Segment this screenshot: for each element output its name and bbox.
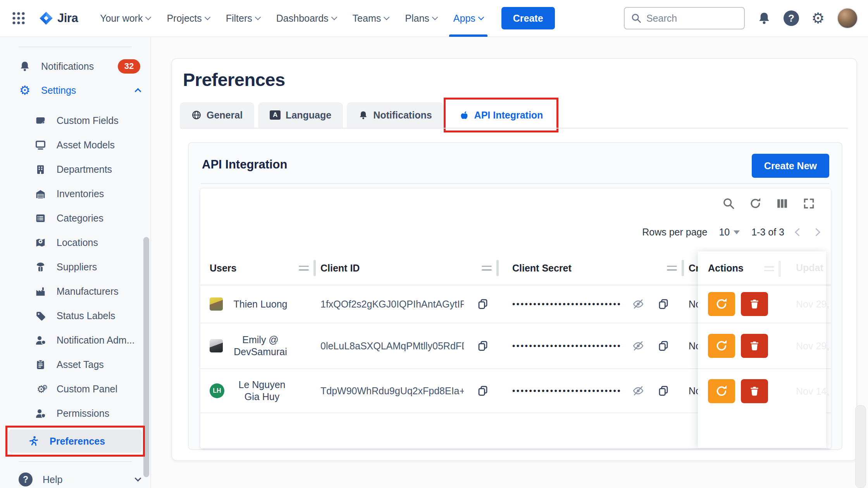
column-resize-handle[interactable] <box>299 266 309 271</box>
jira-logo[interactable]: Jira <box>39 11 78 26</box>
settings-gear-icon[interactable]: ⚙ <box>811 11 825 26</box>
chevron-down-icon <box>135 475 141 482</box>
sidebar-item-inventories[interactable]: Inventories <box>0 182 150 206</box>
regenerate-key-button[interactable] <box>708 379 735 403</box>
gears-icon: ⚙⚙ <box>34 384 46 394</box>
sidebar-item-notification-admin[interactable]: Notification Adm... <box>0 328 150 352</box>
nav-item-teams[interactable]: Teams <box>344 0 397 37</box>
sidebar-item-asset-tags[interactable]: Asset Tags <box>0 352 150 377</box>
client-id-cell: 1fxQOf2s2gKGJ0IQPIhAntAGytIR... <box>320 298 503 310</box>
pagination-range: 1-3 of 3 <box>751 227 784 238</box>
api-keys-table: Users Client ID <box>200 251 831 413</box>
search-input[interactable] <box>646 13 771 24</box>
eye-slash-icon[interactable] <box>632 340 644 352</box>
page-scrollbar-thumb[interactable] <box>855 405 866 488</box>
copy-icon[interactable] <box>477 298 489 310</box>
create-button[interactable]: Create <box>501 7 555 29</box>
chevron-down-icon <box>204 14 210 20</box>
nav-item-dashboards[interactable]: Dashboards <box>268 0 344 37</box>
eye-slash-icon[interactable] <box>632 385 644 397</box>
notifications-bell-icon[interactable] <box>757 11 771 25</box>
sidebar-item-categories[interactable]: Categories <box>0 206 150 230</box>
previous-page-icon[interactable] <box>795 228 803 236</box>
eye-slash-icon[interactable] <box>632 298 644 310</box>
tab-api-integration[interactable]: API Integration <box>448 102 555 128</box>
table-fullscreen-icon[interactable] <box>803 197 815 210</box>
nav-item-apps[interactable]: Apps <box>445 0 491 37</box>
sidebar-item-locations[interactable]: Locations <box>0 230 150 255</box>
nav-item-projects[interactable]: Projects <box>158 0 217 37</box>
sidebar-scrollbar-thumb[interactable] <box>143 237 149 477</box>
copy-icon[interactable] <box>658 340 669 352</box>
tab-general[interactable]: General <box>180 102 254 128</box>
preferences-tabs: General A Language Notifications API Int… <box>180 102 555 128</box>
header-users: Users <box>200 260 320 276</box>
column-divider-faded <box>778 261 781 277</box>
copy-icon[interactable] <box>477 385 489 397</box>
header-updated-faded: Updated <box>796 262 824 273</box>
api-table-card: Rows per page 10 1-3 of 3 Users <box>200 189 831 449</box>
custom-fields-icon <box>34 115 46 126</box>
sidebar-item-custom-panel[interactable]: ⚙⚙ Custom Panel <box>0 377 150 401</box>
app-switcher-grid-icon[interactable] <box>10 10 27 27</box>
copy-icon[interactable] <box>658 298 669 310</box>
nav-item-plans[interactable]: Plans <box>397 0 445 37</box>
panel-divider <box>201 183 829 184</box>
nav-left-cluster: Jira <box>10 10 78 27</box>
sidebar-item-asset-models[interactable]: Asset Models <box>0 133 150 157</box>
client-secret-cell: •••••••••••••••••••••••••• <box>503 340 689 352</box>
delete-key-button[interactable] <box>741 334 768 358</box>
nav-item-your-work[interactable]: Your work <box>92 0 158 37</box>
page-title: Preferences <box>183 69 285 90</box>
column-resize-handle[interactable] <box>667 266 677 271</box>
actions-cell: Nov 29, <box>698 285 826 323</box>
tab-language[interactable]: A Language <box>258 102 343 128</box>
next-page-icon[interactable] <box>812 228 820 236</box>
api-integration-panel: API Integration Create New Rows per page… <box>188 142 842 450</box>
preferences-page-card: Preferences General A Language Notificat… <box>171 58 857 461</box>
user-cell: LH Le Nguyen Gia Huy <box>200 379 320 403</box>
table-toolbar <box>722 197 815 210</box>
delete-key-button[interactable] <box>741 292 768 316</box>
regenerate-key-button[interactable] <box>708 334 735 358</box>
help-icon[interactable]: ? <box>784 10 799 26</box>
list-icon <box>34 213 46 224</box>
client-id-cell: TdpW90WhRdu9gUq2xFpd8EIa+... <box>320 385 503 397</box>
sidebar-item-suppliers[interactable]: Suppliers <box>0 255 150 279</box>
bell-icon <box>358 110 368 120</box>
delete-key-button[interactable] <box>741 379 768 403</box>
chevron-down-icon <box>432 14 438 20</box>
sidebar-item-help[interactable]: ? Help <box>0 467 150 488</box>
rows-per-page-select[interactable]: 10 <box>719 227 740 238</box>
app-root: Jira Your work Projects Filters Dashboar… <box>0 0 868 488</box>
sidebar-item-manufacturers[interactable]: Manufacturers <box>0 279 150 304</box>
copy-icon[interactable] <box>658 385 669 397</box>
column-resize-handle[interactable] <box>482 266 492 271</box>
table-search-icon[interactable] <box>722 197 735 210</box>
copy-icon[interactable] <box>477 340 489 352</box>
regenerate-key-button[interactable] <box>708 292 735 316</box>
client-secret-cell: •••••••••••••••••••••••••• <box>503 298 689 310</box>
sidebar-item-custom-fields[interactable]: Custom Fields <box>0 108 150 133</box>
person-badge-icon <box>34 335 46 346</box>
tag-icon <box>34 310 46 321</box>
pagination-row: Rows per page 10 1-3 of 3 <box>642 227 819 238</box>
actions-cell: Nov 29, <box>698 323 826 369</box>
create-new-button[interactable]: Create New <box>752 154 829 178</box>
header-actions: Actions Updated <box>698 251 826 285</box>
table-refresh-icon[interactable] <box>749 197 762 210</box>
sidebar-item-notifications[interactable]: Notifications 32 <box>0 54 150 78</box>
table-columns-icon[interactable] <box>776 197 789 210</box>
user-cell: Emily @ DevSamurai <box>200 334 320 358</box>
sidebar-item-settings[interactable]: ⚙ Settings <box>0 78 150 102</box>
user-avatar[interactable] <box>837 8 858 29</box>
tab-notifications[interactable]: Notifications <box>347 102 443 128</box>
sidebar-item-permissions[interactable]: Permissions <box>0 401 150 426</box>
actions-cell: Nov 14, <box>698 369 826 413</box>
sidebar-item-status-labels[interactable]: Status Labels <box>0 304 150 328</box>
sidebar-item-departments[interactable]: Departments <box>0 157 150 182</box>
nav-item-filters[interactable]: Filters <box>218 0 268 37</box>
notifications-count-badge: 32 <box>118 59 140 74</box>
global-search[interactable] <box>624 7 745 29</box>
sidebar-item-preferences[interactable]: Preferences <box>9 430 142 453</box>
